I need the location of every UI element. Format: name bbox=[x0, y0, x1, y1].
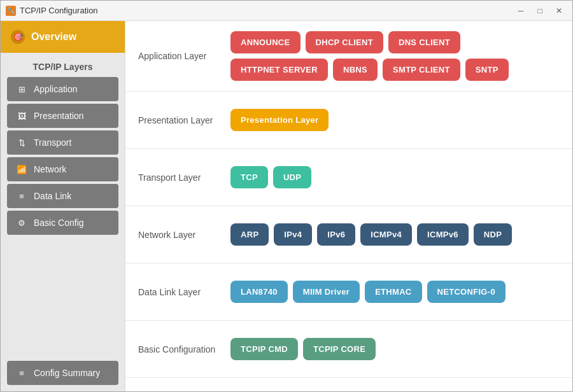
config-summary-label: Config Summary bbox=[34, 368, 100, 378]
sidebar-item-basic-config[interactable]: ⚙ Basic Config bbox=[7, 211, 118, 235]
sidebar: 🎯 Overview TCP/IP Layers ⊞ Application 🖼… bbox=[1, 21, 125, 391]
chip-ndp[interactable]: NDP bbox=[474, 223, 512, 246]
layer-row-network: Network Layer ARP IPv4 IPv6 ICMPv4 ICMPv… bbox=[125, 206, 572, 263]
chip-nbns[interactable]: NBNS bbox=[333, 59, 378, 81]
chip-ipv4[interactable]: IPv4 bbox=[274, 223, 312, 246]
chip-udp[interactable]: UDP bbox=[273, 166, 311, 188]
presentation-icon: 🖼 bbox=[16, 110, 27, 122]
app-icon: 🔧 bbox=[6, 6, 16, 16]
chip-icmpv6[interactable]: ICMPv6 bbox=[417, 223, 469, 246]
chip-tcpip-core[interactable]: TCPIP CORE bbox=[303, 338, 376, 360]
window-title: TCP/IP Configuration bbox=[20, 6, 98, 15]
chip-lan8740[interactable]: LAN8740 bbox=[230, 281, 288, 303]
chip-httpnet-server[interactable]: HTTPNET SERVER bbox=[230, 59, 328, 81]
layer-row-transport: Transport Layer TCP UDP bbox=[125, 149, 572, 206]
main-content: Application Layer ANNOUNCE DHCP CLIENT D… bbox=[125, 21, 572, 391]
layer-label-presentation: Presentation Layer bbox=[138, 115, 230, 125]
chip-icmpv4[interactable]: ICMPv4 bbox=[360, 223, 412, 246]
sidebar-label-application: Application bbox=[34, 84, 78, 94]
layer-chips-application: ANNOUNCE DHCP CLIENT DNS CLIENT HTTPNET … bbox=[230, 31, 560, 81]
config-summary-button[interactable]: ≡ Config Summary bbox=[7, 361, 118, 385]
layer-chips-transport: TCP UDP bbox=[230, 166, 311, 188]
chip-sntp[interactable]: SNTP bbox=[465, 59, 509, 81]
layer-label-transport: Transport Layer bbox=[138, 172, 230, 183]
layer-row-presentation: Presentation Layer Presentation Layer bbox=[125, 92, 572, 149]
sidebar-item-application[interactable]: ⊞ Application bbox=[7, 77, 118, 101]
sidebar-item-network[interactable]: 📶 Network bbox=[7, 157, 118, 181]
chip-ethmac[interactable]: ETHMAC bbox=[365, 281, 421, 303]
overview-icon: 🎯 bbox=[11, 30, 25, 44]
main-window: 🔧 TCP/IP Configuration ─ □ ✕ 🎯 Overview … bbox=[0, 0, 573, 392]
sidebar-label-basic-config: Basic Config bbox=[34, 218, 84, 228]
transport-icon: ⇅ bbox=[16, 137, 27, 148]
sidebar-label-transport: Transport bbox=[34, 137, 71, 148]
sidebar-item-data-link[interactable]: ≡ Data Link bbox=[7, 184, 118, 208]
layer-chips-presentation: Presentation Layer bbox=[230, 109, 329, 131]
layer-row-application: Application Layer ANNOUNCE DHCP CLIENT D… bbox=[125, 21, 572, 92]
close-button[interactable]: ✕ bbox=[551, 4, 567, 17]
chip-smtp-client[interactable]: SMTP CLIENT bbox=[383, 59, 460, 81]
minimize-button[interactable]: ─ bbox=[513, 4, 529, 17]
layer-label-basic-config: Basic Configuration bbox=[138, 344, 230, 354]
title-bar: 🔧 TCP/IP Configuration ─ □ ✕ bbox=[1, 1, 572, 21]
title-bar-left: 🔧 TCP/IP Configuration bbox=[6, 6, 98, 16]
title-bar-controls: ─ □ ✕ bbox=[513, 4, 567, 17]
sidebar-item-presentation[interactable]: 🖼 Presentation bbox=[7, 104, 118, 128]
nav-items-list: ⊞ Application 🖼 Presentation ⇅ Transport… bbox=[1, 77, 125, 235]
sidebar-item-transport[interactable]: ⇅ Transport bbox=[7, 130, 118, 155]
chip-dns-client[interactable]: DNS CLIENT bbox=[388, 31, 460, 53]
sidebar-label-data-link: Data Link bbox=[34, 191, 71, 201]
maximize-button[interactable]: □ bbox=[532, 4, 548, 17]
content-area: 🎯 Overview TCP/IP Layers ⊞ Application 🖼… bbox=[1, 21, 572, 391]
sidebar-label-presentation: Presentation bbox=[34, 111, 84, 121]
sidebar-footer: ≡ Config Summary bbox=[1, 361, 125, 391]
layer-row-basic-config: Basic Configuration TCPIP CMD TCPIP CORE bbox=[125, 321, 572, 378]
layer-chips-data-link: LAN8740 MIIM Driver ETHMAC NETCONFIG-0 bbox=[230, 281, 506, 303]
chip-miim-driver[interactable]: MIIM Driver bbox=[293, 281, 360, 303]
data-link-icon: ≡ bbox=[16, 190, 27, 202]
sidebar-section-title: TCP/IP Layers bbox=[1, 53, 125, 77]
layer-row-data-link: Data Link Layer LAN8740 MIIM Driver ETHM… bbox=[125, 263, 572, 321]
basic-config-icon: ⚙ bbox=[16, 217, 27, 228]
sidebar-label-network: Network bbox=[34, 164, 66, 174]
config-summary-icon: ≡ bbox=[16, 367, 27, 379]
overview-button[interactable]: 🎯 Overview bbox=[1, 21, 125, 53]
chip-dhcp-client[interactable]: DHCP CLIENT bbox=[306, 31, 383, 53]
layer-chips-network: ARP IPv4 IPv6 ICMPv4 ICMPv6 NDP bbox=[230, 223, 512, 246]
overview-label: Overview bbox=[31, 31, 76, 43]
chip-announce[interactable]: ANNOUNCE bbox=[230, 31, 301, 53]
chip-tcp[interactable]: TCP bbox=[230, 166, 268, 188]
layer-label-data-link: Data Link Layer bbox=[138, 287, 230, 297]
application-icon: ⊞ bbox=[16, 83, 27, 95]
chip-arp[interactable]: ARP bbox=[230, 223, 269, 246]
layer-label-application: Application Layer bbox=[138, 51, 230, 61]
chip-tcpip-cmd[interactable]: TCPIP CMD bbox=[230, 338, 298, 360]
chip-netconfig-0[interactable]: NETCONFIG-0 bbox=[427, 281, 506, 303]
network-icon: 📶 bbox=[16, 164, 27, 175]
chip-presentation-layer[interactable]: Presentation Layer bbox=[230, 109, 329, 131]
layer-chips-basic-config: TCPIP CMD TCPIP CORE bbox=[230, 338, 376, 360]
chip-ipv6[interactable]: IPv6 bbox=[317, 223, 355, 246]
layer-label-network: Network Layer bbox=[138, 230, 230, 240]
